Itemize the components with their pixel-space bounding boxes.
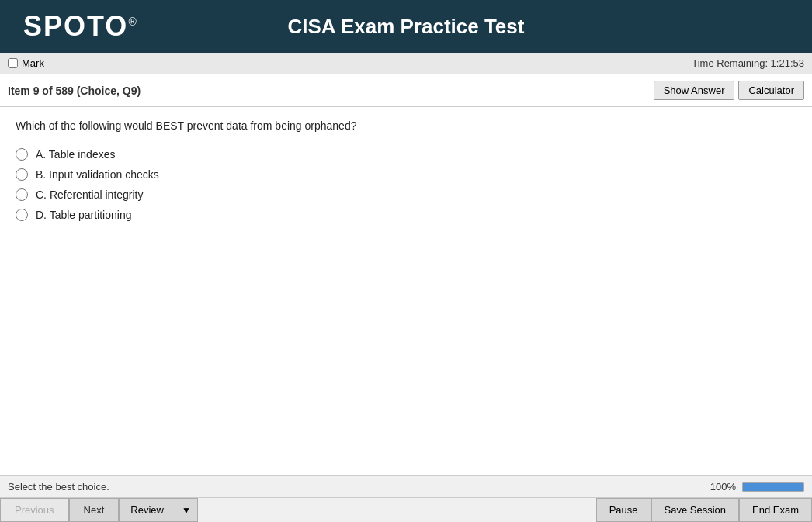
progress-bar-fill: [743, 483, 803, 491]
end-exam-button[interactable]: End Exam: [739, 498, 812, 522]
question-area: Which of the following would BEST preven…: [0, 107, 812, 475]
progress-bar-background: [742, 482, 804, 492]
list-item[interactable]: B. Input validation checks: [16, 168, 796, 181]
option-label-2: C. Referential integrity: [36, 188, 144, 201]
progress-percent: 100%: [710, 481, 736, 493]
review-button[interactable]: Review: [119, 498, 175, 522]
show-answer-button[interactable]: Show Answer: [654, 81, 735, 100]
header: SPOTO® CISA Exam Practice Test: [0, 0, 812, 53]
item-info: Item 9 of 589 (Choice, Q9): [8, 85, 141, 97]
nav-left: Previous Next Review ▼: [0, 498, 198, 522]
nav-right: Pause Save Session End Exam: [596, 498, 812, 522]
app-title: CISA Exam Practice Test: [288, 15, 525, 39]
option-radio-3[interactable]: [16, 209, 28, 221]
question-text: Which of the following would BEST preven…: [16, 118, 796, 134]
options-list: A. Table indexesB. Input validation chec…: [16, 148, 796, 221]
content-area: Item 9 of 589 (Choice, Q9) Show Answer C…: [0, 74, 812, 475]
option-radio-1[interactable]: [16, 168, 28, 181]
item-buttons: Show Answer Calculator: [654, 81, 804, 100]
mark-bar: Mark Time Remaining: 1:21:53: [0, 53, 812, 74]
option-radio-0[interactable]: [16, 148, 28, 161]
item-header: Item 9 of 589 (Choice, Q9) Show Answer C…: [0, 74, 812, 107]
pause-button[interactable]: Pause: [596, 498, 651, 522]
progress-area: 100%: [710, 481, 804, 493]
status-text: Select the best choice.: [8, 481, 109, 493]
option-radio-2[interactable]: [16, 188, 28, 201]
status-bar: Select the best choice. 100%: [0, 475, 812, 497]
list-item[interactable]: A. Table indexes: [16, 148, 796, 161]
calculator-button[interactable]: Calculator: [738, 81, 804, 100]
mark-checkbox[interactable]: [8, 58, 18, 68]
list-item[interactable]: D. Table partitioning: [16, 209, 796, 221]
option-label-1: B. Input validation checks: [36, 168, 159, 181]
bottom-nav: Previous Next Review ▼ Pause Save Sessio…: [0, 497, 812, 522]
logo: SPOTO®: [23, 10, 138, 43]
mark-label[interactable]: Mark: [8, 57, 44, 69]
time-remaining: Time Remaining: 1:21:53: [692, 57, 804, 69]
option-label-0: A. Table indexes: [36, 148, 115, 161]
review-dropdown-button[interactable]: ▼: [175, 498, 198, 522]
next-button[interactable]: Next: [69, 498, 120, 522]
review-container: Review ▼: [119, 498, 198, 522]
list-item[interactable]: C. Referential integrity: [16, 188, 796, 201]
option-label-3: D. Table partitioning: [36, 209, 131, 221]
save-session-button[interactable]: Save Session: [651, 498, 740, 522]
previous-button[interactable]: Previous: [0, 498, 69, 522]
